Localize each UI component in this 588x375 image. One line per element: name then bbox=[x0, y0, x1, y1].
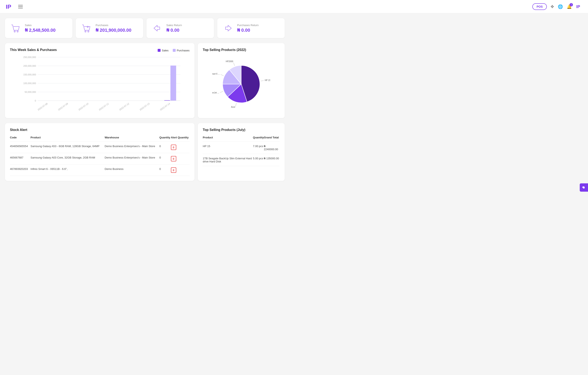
svg-point-5 bbox=[88, 31, 89, 32]
header: IP POS ✥ 🌐 🔔 1 IP bbox=[0, 0, 588, 13]
bottom-row: Stock Alert Code Product Warehouse Quant… bbox=[5, 123, 285, 181]
sales-return-info: Sales Return ₦ 0.00 bbox=[166, 24, 182, 33]
table-row: 454656565554 Samsung Galaxy A53 - 6GB RA… bbox=[10, 142, 189, 153]
ts-col-quantity: Quantity bbox=[253, 136, 264, 142]
move-icon[interactable]: ✥ bbox=[551, 4, 554, 9]
sales-return-icon bbox=[151, 22, 163, 34]
user-avatar-icon[interactable]: IP bbox=[576, 3, 583, 10]
notification-icon[interactable]: 🔔 1 bbox=[567, 4, 572, 9]
list-item: 1TB Seagate BackUp Slim External Hard dr… bbox=[203, 154, 280, 166]
legend-purchases-label: Purchases bbox=[177, 49, 189, 52]
svg-point-4 bbox=[85, 31, 86, 32]
svg-text:2022-07-14: 2022-07-14 bbox=[159, 102, 170, 111]
ts-col-product: Product bbox=[203, 136, 253, 142]
cell-code: 454656565554 bbox=[10, 142, 31, 153]
svg-text:250,000,000: 250,000,000 bbox=[23, 56, 36, 58]
chart-legend: Sales Purchases bbox=[158, 49, 189, 52]
week-chart-title: This Week Sales & Purchases bbox=[10, 48, 57, 52]
sales-return-label: Sales Return bbox=[166, 24, 182, 27]
cell-warehouse: Demo Business Enterprises's - Main Store bbox=[105, 142, 159, 153]
sales-return-card: Sales Return ₦ 0.00 bbox=[147, 18, 214, 38]
cell-quantity: 0 bbox=[159, 142, 171, 153]
cell-code: 467893920203 bbox=[10, 165, 31, 176]
purchases-card: Purchases ₦ 201,900,000.00 bbox=[76, 18, 143, 38]
main-content: Sales ₦ 2,548,500.00 Purchases ₦ 201,900… bbox=[0, 13, 290, 186]
stock-alert-card: Stock Alert Code Product Warehouse Quant… bbox=[5, 123, 194, 181]
charts-row: This Week Sales & Purchases Sales Purcha… bbox=[5, 43, 285, 118]
purchases-icon bbox=[81, 22, 92, 34]
sales-value: ₦ 2,548,500.00 bbox=[25, 28, 56, 33]
hamburger-menu[interactable] bbox=[18, 5, 23, 8]
legend-purchases-dot bbox=[173, 49, 176, 52]
top-selling-july-card: Top Selling Products (July) Product Quan… bbox=[198, 123, 285, 181]
col-warehouse: Warehouse bbox=[105, 136, 159, 142]
table-row: 465667687 Samsung Galaxy A03 Core, 32GB … bbox=[10, 153, 189, 165]
svg-text:200,000,000: 200,000,000 bbox=[23, 65, 36, 67]
purchases-value: ₦ 201,900,000.00 bbox=[95, 28, 131, 33]
sales-card: Sales ₦ 2,548,500.00 bbox=[5, 18, 73, 38]
ts-table-head: Product Quantity Grand Total bbox=[203, 136, 280, 142]
pie-chart-container: HP 15AcerHP LaserJet ...Infinix Smart 6 … bbox=[203, 55, 280, 113]
sales-label: Sales bbox=[25, 24, 56, 27]
purchases-return-value: ₦ 0.00 bbox=[237, 28, 259, 33]
cell-quantity: 0 bbox=[159, 165, 171, 176]
summary-cards: Sales ₦ 2,548,500.00 Purchases ₦ 201,900… bbox=[5, 18, 285, 38]
stock-table-body: 454656565554 Samsung Galaxy A53 - 6GB RA… bbox=[10, 142, 189, 176]
pie-chart-svg: HP 15AcerHP LaserJet ...Infinix Smart 6 … bbox=[212, 55, 270, 113]
svg-text:Infinix Smart 6 ...: Infinix Smart 6 ... bbox=[212, 73, 220, 75]
ts-cell-grand-total: ₦ 135000.00 bbox=[264, 154, 280, 166]
svg-line-36 bbox=[234, 63, 235, 66]
cell-warehouse: Demo Business bbox=[105, 165, 159, 176]
purchases-return-info: Purchases Return ₦ 0.00 bbox=[237, 24, 259, 33]
stock-table-head: Code Product Warehouse Quantity Alert Qu… bbox=[10, 136, 189, 142]
list-item: HP 15 7.00 pcs ₦ 2240000.00 bbox=[203, 142, 280, 154]
svg-text:2022-07-11: 2022-07-11 bbox=[98, 102, 109, 111]
legend-purchases: Purchases bbox=[173, 49, 189, 52]
bar-chart-svg: 050,000,000100,000,000150,000,000200,000… bbox=[10, 55, 189, 113]
svg-text:HP 15: HP 15 bbox=[265, 79, 270, 81]
globe-icon[interactable]: 🌐 bbox=[558, 4, 563, 9]
purchases-return-label: Purchases Return bbox=[237, 24, 259, 27]
ts-cell-quantity: 7.00 pcs bbox=[253, 142, 264, 154]
ts-cell-product: 1TB Seagate BackUp Slim External Hard dr… bbox=[203, 154, 253, 166]
stock-table: Code Product Warehouse Quantity Alert Qu… bbox=[10, 136, 189, 176]
logo: IP bbox=[5, 2, 14, 11]
col-product: Product bbox=[31, 136, 105, 142]
ts-cell-quantity: 5.00 pcs bbox=[253, 154, 264, 166]
svg-text:IP: IP bbox=[576, 4, 580, 9]
legend-sales-label: Sales bbox=[162, 49, 169, 52]
sales-info: Sales ₦ 2,548,500.00 bbox=[25, 24, 56, 33]
cell-alert-qty: 0 bbox=[171, 153, 189, 165]
ts-table-body: HP 15 7.00 pcs ₦ 2240000.00 1TB Seagate … bbox=[203, 142, 280, 166]
col-alert-qty: Alert Quantity bbox=[171, 136, 189, 142]
svg-text:100,000,000: 100,000,000 bbox=[23, 82, 36, 85]
svg-text:2022-07-13: 2022-07-13 bbox=[139, 102, 150, 111]
pos-button[interactable]: POS bbox=[532, 3, 547, 10]
svg-text:150,000,000: 150,000,000 bbox=[23, 73, 36, 76]
alert-badge: 0 bbox=[171, 167, 176, 173]
sales-return-value: ₦ 0.00 bbox=[166, 28, 182, 33]
cell-code: 465667687 bbox=[10, 153, 31, 165]
ts-col-grand-total: Grand Total bbox=[264, 136, 280, 142]
purchases-return-icon bbox=[222, 22, 234, 34]
cell-product: Infinix Smart 6 - X6511B - 6.6", bbox=[31, 165, 105, 176]
svg-text:Acer: Acer bbox=[231, 106, 235, 108]
svg-line-32 bbox=[220, 91, 223, 93]
ts-cell-product: HP 15 bbox=[203, 142, 253, 154]
legend-sales-dot bbox=[158, 49, 160, 52]
top-selling-pie-title: Top Selling Products (2022) bbox=[203, 48, 280, 52]
settings-button[interactable] bbox=[580, 183, 588, 186]
svg-text:HP LaserJet ...: HP LaserJet ... bbox=[212, 92, 219, 94]
svg-text:2022-07-08: 2022-07-08 bbox=[37, 102, 48, 111]
svg-text:2022-07-12: 2022-07-12 bbox=[119, 102, 130, 111]
top-selling-pie-card: Top Selling Products (2022) HP 15AcerHP … bbox=[198, 43, 285, 118]
svg-point-3 bbox=[17, 31, 18, 32]
svg-line-34 bbox=[220, 74, 224, 76]
svg-line-30 bbox=[236, 103, 236, 106]
stock-table-header-row: Code Product Warehouse Quantity Alert Qu… bbox=[10, 136, 189, 142]
stock-alert-title: Stock Alert bbox=[10, 128, 189, 132]
bar-chart-container: 050,000,000100,000,000150,000,000200,000… bbox=[10, 55, 189, 113]
svg-rect-25 bbox=[170, 66, 176, 101]
alert-badge: 0 bbox=[171, 145, 176, 150]
svg-line-28 bbox=[261, 81, 264, 81]
